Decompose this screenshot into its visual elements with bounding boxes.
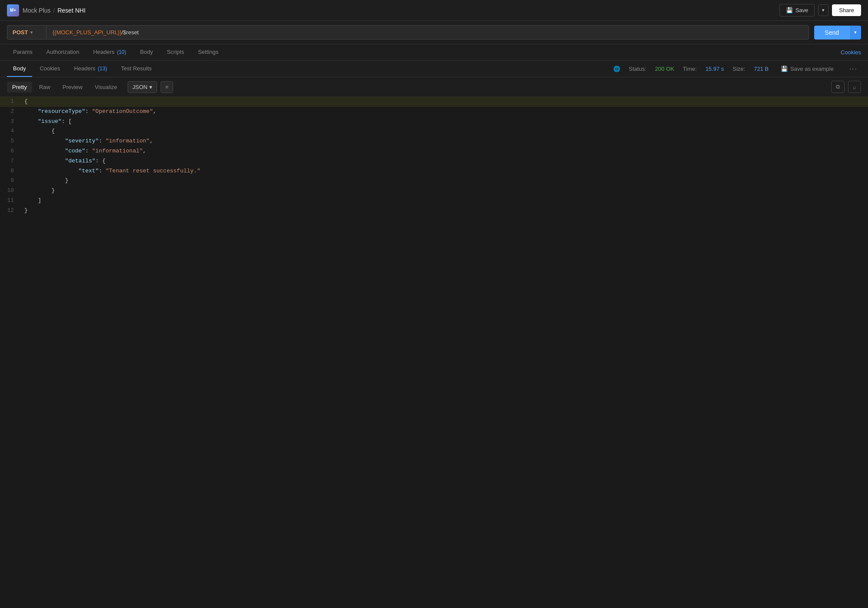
line-content: } — [21, 206, 868, 215]
line-number: 2 — [0, 107, 21, 116]
copy-button[interactable]: ⧉ — [831, 81, 845, 93]
share-button[interactable]: Share — [832, 4, 861, 16]
req-tab-settings[interactable]: Settings — [192, 44, 224, 60]
save-chevron-button[interactable]: ▾ — [818, 4, 829, 16]
line-content: } — [21, 176, 868, 185]
format-type-chevron-icon: ▾ — [149, 84, 152, 90]
method-chevron-icon: ▾ — [30, 30, 33, 35]
json-key: "text" — [79, 168, 99, 174]
json-plain: : — [85, 148, 92, 154]
resp-headers-badge: (13) — [98, 66, 107, 72]
line-number: 6 — [0, 147, 21, 156]
code-line-3: 3 "issue": [ — [0, 117, 868, 127]
breadcrumb-current: Reset NHI — [57, 7, 85, 14]
resp-tab-cookies[interactable]: Cookies — [34, 61, 66, 77]
send-button[interactable]: Send — [814, 26, 849, 40]
code-line-9: 9 } — [0, 176, 868, 186]
url-input[interactable]: {{MOCK_PLUS_API_URL}}/$reset — [46, 25, 809, 40]
json-key: "severity" — [65, 138, 99, 144]
line-number: 5 — [0, 137, 21, 146]
fmt-tab-pretty[interactable]: Pretty — [7, 82, 32, 93]
send-arrow-button[interactable]: ▾ — [849, 26, 861, 40]
fmt-tab-visualize[interactable]: Visualize — [89, 82, 122, 93]
method-select[interactable]: POST ▾ — [7, 25, 46, 40]
code-line-7: 7 "details": { — [0, 156, 868, 166]
line-content: "details": { — [21, 157, 868, 166]
line-number: 11 — [0, 196, 21, 205]
line-content: "issue": [ — [21, 117, 868, 126]
save-button[interactable]: 💾 Save — [779, 4, 815, 17]
line-content: "severity": "information", — [21, 137, 868, 146]
req-tab-headers[interactable]: Headers (10) — [87, 44, 132, 60]
fmt-tab-preview[interactable]: Preview — [57, 82, 88, 93]
line-content: { — [21, 97, 868, 106]
line-content: { — [21, 127, 868, 136]
json-plain: , — [150, 138, 153, 144]
time-label: Time: — [683, 66, 697, 72]
json-plain: , — [143, 148, 146, 154]
size-label: Size: — [733, 66, 745, 72]
line-content: ] — [21, 196, 868, 205]
save-example-button[interactable]: 💾 Save as example — [777, 64, 837, 74]
code-viewer: 1{2 "resourceType": "OperationOutcome",3… — [0, 97, 868, 216]
json-plain: : { — [95, 158, 105, 164]
fmt-tab-raw[interactable]: Raw — [34, 82, 56, 93]
json-plain: : — [85, 108, 92, 115]
code-line-11: 11 ] — [0, 196, 868, 206]
wrap-lines-button[interactable]: ≡ — [161, 81, 174, 93]
send-btn-group: Send ▾ — [814, 26, 861, 40]
code-line-4: 4 { — [0, 126, 868, 136]
json-plain: : — [99, 138, 106, 144]
code-line-2: 2 "resourceType": "OperationOutcome", — [0, 107, 868, 117]
breadcrumb-parent[interactable]: Mock Plus — [23, 7, 51, 14]
line-number: 12 — [0, 206, 21, 215]
line-number: 10 — [0, 186, 21, 195]
line-content: "resourceType": "OperationOutcome", — [21, 107, 868, 116]
json-string: "information" — [105, 138, 149, 144]
line-content: "text": "Tenant reset successfully." — [21, 167, 868, 176]
more-options-button[interactable]: ··· — [846, 63, 861, 75]
size-value: 721 B — [754, 66, 769, 72]
req-tab-params[interactable]: Params — [7, 44, 39, 60]
format-bar: Pretty Raw Preview Visualize JSON ▾ ≡ ⧉ … — [0, 77, 868, 97]
resp-tab-body[interactable]: Body — [7, 61, 32, 77]
status-label: Status: — [629, 66, 646, 72]
globe-icon: 🌐 — [613, 66, 620, 72]
url-template-part: {{MOCK_PLUS_API_URL}} — [53, 29, 122, 36]
code-line-5: 5 "severity": "information", — [0, 136, 868, 146]
save-label: Save — [796, 7, 809, 13]
resp-tab-headers[interactable]: Headers (13) — [68, 61, 113, 77]
json-brace: { — [51, 128, 55, 134]
json-brace: } — [24, 207, 28, 214]
json-plain: : [ — [62, 118, 72, 125]
req-tab-scripts[interactable]: Scripts — [161, 44, 190, 60]
code-line-1: 1{ — [0, 97, 868, 107]
json-string: "Tenant reset successfully." — [105, 168, 200, 174]
save-example-icon: 💾 — [781, 66, 788, 72]
req-tab-body[interactable]: Body — [134, 44, 159, 60]
save-icon: 💾 — [786, 7, 793, 13]
format-bar-right: ⧉ ⌕ — [831, 81, 861, 93]
json-key: "details" — [65, 158, 95, 164]
request-tabs: Params Authorization Headers (10) Body S… — [0, 44, 868, 61]
top-bar-right: 💾 Save ▾ Share — [779, 4, 861, 17]
json-string: "OperationOutcome" — [92, 108, 153, 115]
headers-badge: (10) — [117, 49, 126, 55]
cookies-link[interactable]: Cookies — [841, 45, 861, 60]
line-content: "code": "informational", — [21, 147, 868, 156]
format-type-label: JSON — [132, 84, 148, 90]
code-line-12: 12} — [0, 206, 868, 216]
top-bar-left: M+ Mock Plus / Reset NHI — [7, 4, 85, 17]
time-value: 15.97 s — [705, 66, 724, 72]
resp-tab-test-results[interactable]: Test Results — [115, 61, 158, 77]
breadcrumb: Mock Plus / Reset NHI — [23, 7, 85, 14]
json-key: "resourceType" — [38, 108, 85, 115]
line-content: } — [21, 186, 868, 195]
req-tab-authorization[interactable]: Authorization — [40, 44, 85, 60]
json-brace: } — [65, 177, 69, 184]
format-type-select[interactable]: JSON ▾ — [128, 81, 157, 93]
top-bar: M+ Mock Plus / Reset NHI 💾 Save ▾ Share — [0, 0, 868, 21]
line-number: 4 — [0, 127, 21, 136]
search-response-button[interactable]: ⌕ — [848, 81, 861, 93]
json-plain: : — [99, 168, 106, 174]
